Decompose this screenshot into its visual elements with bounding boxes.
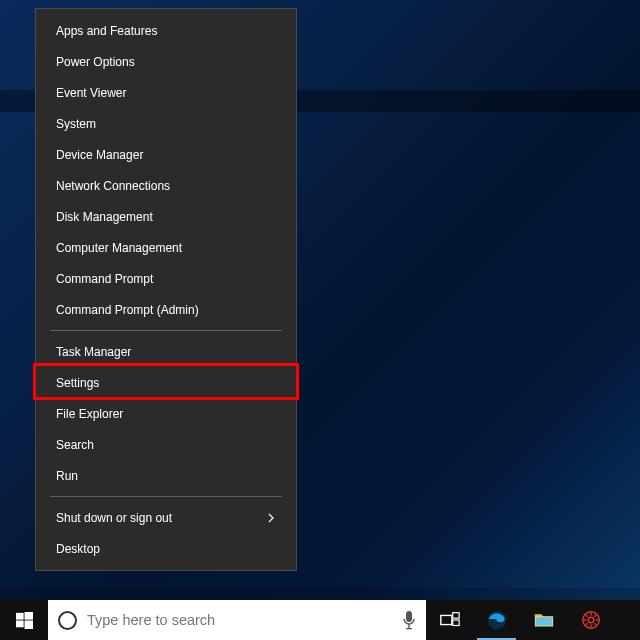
svg-rect-3 [24, 620, 33, 629]
taskbar-pinned-apps [426, 600, 614, 640]
menu-item-system[interactable]: System [36, 108, 296, 139]
menu-item-label: Shut down or sign out [56, 511, 172, 525]
gear-burst-icon [580, 609, 602, 631]
start-button[interactable] [0, 600, 48, 640]
file-explorer-button[interactable] [520, 600, 567, 640]
svg-rect-7 [440, 615, 451, 624]
menu-item-power-options[interactable]: Power Options [36, 46, 296, 77]
menu-item-task-manager[interactable]: Task Manager [36, 336, 296, 367]
menu-item-label: Network Connections [56, 179, 170, 193]
menu-item-command-prompt[interactable]: Command Prompt [36, 263, 296, 294]
svg-rect-5 [408, 624, 409, 628]
svg-rect-9 [452, 620, 458, 626]
power-user-context-menu[interactable]: Apps and FeaturesPower OptionsEvent View… [35, 8, 297, 571]
svg-rect-4 [406, 611, 412, 622]
menu-item-label: Apps and Features [56, 24, 157, 38]
cortana-icon [58, 611, 77, 630]
menu-item-label: Event Viewer [56, 86, 126, 100]
menu-item-device-manager[interactable]: Device Manager [36, 139, 296, 170]
taskbar-search-box[interactable] [48, 600, 426, 640]
svg-line-18 [585, 615, 587, 617]
edge-browser-button[interactable] [473, 600, 520, 640]
menu-item-command-prompt-admin[interactable]: Command Prompt (Admin) [36, 294, 296, 325]
menu-separator [50, 330, 282, 331]
svg-rect-6 [406, 628, 412, 629]
menu-item-network-connections[interactable]: Network Connections [36, 170, 296, 201]
menu-item-label: Computer Management [56, 241, 182, 255]
svg-rect-8 [452, 613, 458, 619]
svg-line-19 [594, 623, 596, 625]
edge-icon [486, 609, 508, 631]
windows-logo-icon [16, 612, 33, 629]
microphone-icon[interactable] [402, 610, 416, 630]
folder-icon [533, 609, 555, 631]
taskbar [0, 600, 640, 640]
menu-separator [50, 496, 282, 497]
menu-item-label: Power Options [56, 55, 135, 69]
menu-item-label: System [56, 117, 96, 131]
chevron-right-icon [266, 513, 276, 523]
svg-rect-11 [535, 617, 552, 625]
menu-item-label: Settings [56, 376, 99, 390]
menu-item-shut-down-or-sign-out[interactable]: Shut down or sign out [36, 502, 296, 533]
app-button[interactable] [567, 600, 614, 640]
menu-item-search[interactable]: Search [36, 429, 296, 460]
menu-item-label: Disk Management [56, 210, 153, 224]
menu-item-label: Device Manager [56, 148, 143, 162]
svg-line-21 [585, 623, 587, 625]
svg-rect-1 [24, 612, 33, 620]
menu-item-event-viewer[interactable]: Event Viewer [36, 77, 296, 108]
menu-item-label: Task Manager [56, 345, 131, 359]
svg-rect-0 [16, 612, 24, 619]
menu-item-file-explorer[interactable]: File Explorer [36, 398, 296, 429]
menu-item-desktop[interactable]: Desktop [36, 533, 296, 564]
task-view-icon [439, 609, 461, 631]
svg-point-13 [588, 617, 594, 623]
menu-item-label: Command Prompt (Admin) [56, 303, 199, 317]
task-view-button[interactable] [426, 600, 473, 640]
menu-item-label: Command Prompt [56, 272, 153, 286]
menu-item-computer-management[interactable]: Computer Management [36, 232, 296, 263]
svg-line-20 [594, 615, 596, 617]
menu-item-label: Run [56, 469, 78, 483]
menu-item-settings[interactable]: Settings [36, 367, 296, 398]
menu-item-label: File Explorer [56, 407, 123, 421]
menu-item-run[interactable]: Run [36, 460, 296, 491]
menu-item-label: Search [56, 438, 94, 452]
svg-rect-2 [16, 620, 24, 627]
menu-item-disk-management[interactable]: Disk Management [36, 201, 296, 232]
search-input[interactable] [87, 612, 392, 628]
menu-item-label: Desktop [56, 542, 100, 556]
menu-item-apps-and-features[interactable]: Apps and Features [36, 15, 296, 46]
